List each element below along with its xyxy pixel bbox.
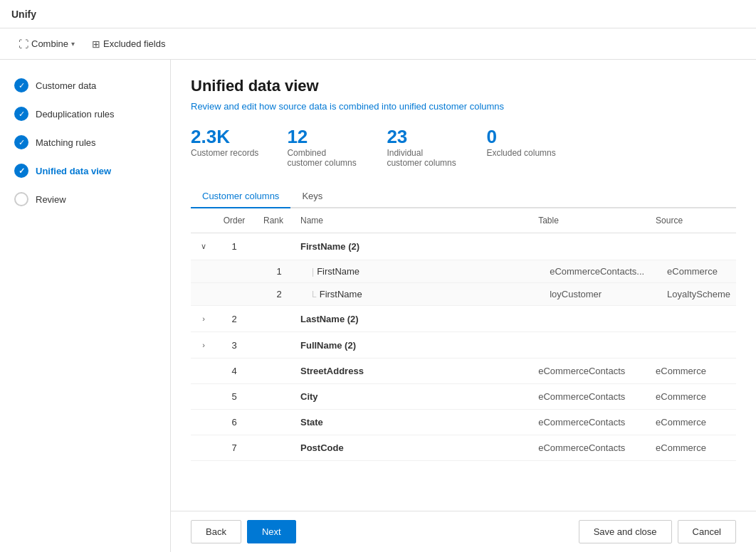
table-cell: eCommerceContacts... [532,260,650,283]
name-cell: State [295,410,532,435]
tree-line-icon: L [312,290,317,299]
nav-combine-label: Combine [31,38,68,49]
source-cell: LoyaltyScheme [650,283,736,306]
page-content: Unified data view Review and edit how so… [171,60,756,511]
stat-value-excluded: 0 [486,126,496,148]
cancel-button[interactable]: Cancel [678,520,736,543]
table-cell [532,306,650,332]
table-row: 7 PostCode eCommerceContacts eCommerce [191,435,736,461]
rank-cell: 1 [252,260,295,283]
table-cell [532,332,650,359]
source-cell: eCommerce [650,260,736,283]
excluded-fields-icon: ⊞ [92,38,100,50]
table-row: 1 |FirstName eCommerceContacts... eComme… [191,260,736,283]
rank-cell [252,332,295,359]
th-order: Order [216,208,252,233]
th-name: Name [295,208,532,233]
th-expand [191,208,216,233]
stat-excluded-columns: 0 Excluded columns [486,126,555,168]
sidebar-label-dedup: Deduplication rules [36,109,115,120]
stat-label-individual: Individual customer columns [387,148,458,168]
table-container: Order Rank Name Table Source ∨ 1 FirstNa… [191,208,736,461]
source-cell: eCommerce [650,435,736,461]
order-cell [216,260,252,283]
step-circle-dedup: ✓ [14,107,28,121]
table-row: › 2 LastName (2) [191,306,736,332]
sidebar-item-matching-rules[interactable]: ✓ Matching rules [0,128,170,156]
nav-combine[interactable]: ⛶ Combine ▾ [11,34,82,54]
tab-customer-columns[interactable]: Customer columns [191,185,290,208]
columns-table: Order Rank Name Table Source ∨ 1 FirstNa… [191,208,736,461]
th-rank: Rank [252,208,295,233]
save-close-button[interactable]: Save and close [579,520,672,543]
expand-cell[interactable]: › [191,332,216,359]
name-cell: |FirstName [295,260,532,283]
expand-cell-empty [191,283,216,306]
expand-button[interactable]: › [199,339,208,351]
name-cell: StreetAddress [295,359,532,384]
table-cell: eCommerceContacts [532,435,650,461]
page-title: Unified data view [191,77,736,95]
table-row: 4 StreetAddress eCommerceContacts eComme… [191,359,736,384]
expand-cell-empty [191,384,216,410]
nav-excluded-fields[interactable]: ⊞ Excluded fields [85,34,172,54]
table-row: ∨ 1 FirstName (2) [191,233,736,260]
stat-label-combined: Combined customer columns [287,148,358,168]
name-cell: LastName (2) [295,306,532,332]
expand-cell-empty [191,359,216,384]
expand-cell[interactable]: › [191,306,216,332]
step-circle-review [14,192,28,206]
stat-customer-records: 2.3K Customer records [191,126,258,168]
order-cell: 3 [216,332,252,359]
source-cell [650,306,736,332]
footer-left: Back Next [191,520,296,543]
tab-keys[interactable]: Keys [290,185,334,208]
rank-cell [252,233,295,260]
expand-cell-empty [191,410,216,435]
order-cell: 7 [216,435,252,461]
name-cell: FullName (2) [295,332,532,359]
sidebar-label-matching: Matching rules [36,137,96,148]
expand-cell-empty [191,260,216,283]
expand-cell[interactable]: ∨ [191,233,216,260]
expand-button[interactable]: › [199,313,208,324]
table-body: ∨ 1 FirstName (2) 1 |FirstName eCommerce… [191,233,736,461]
rank-cell: 2 [252,283,295,306]
sidebar-label-customer-data: Customer data [36,80,96,91]
stat-label-excluded: Excluded columns [486,148,555,158]
table-cell: eCommerceContacts [532,384,650,410]
next-button[interactable]: Next [247,520,296,543]
table-cell [532,233,650,260]
table-row: 6 State eCommerceContacts eCommerce [191,410,736,435]
content-area: Unified data view Review and edit how so… [171,60,756,552]
top-bar: Unify [0,0,756,28]
table-cell: loyCustomer [532,283,650,306]
order-cell: 6 [216,410,252,435]
sidebar-label-unified: Unified data view [36,166,111,176]
step-circle-matching: ✓ [14,135,28,149]
rank-cell [252,359,295,384]
rank-cell [252,410,295,435]
stat-value-records: 2.3K [191,126,230,148]
stat-value-combined: 12 [287,126,308,148]
back-button[interactable]: Back [191,520,241,543]
source-cell: eCommerce [650,410,736,435]
th-source: Source [650,208,736,233]
expand-button[interactable]: ∨ [198,240,209,253]
sidebar-item-unified-data-view[interactable]: ✓ Unified data view [0,156,170,185]
tree-line-icon: | [312,267,314,277]
stat-value-individual: 23 [387,126,407,148]
sidebar-item-customer-data[interactable]: ✓ Customer data [0,71,170,100]
table-cell: eCommerceContacts [532,410,650,435]
table-cell: eCommerceContacts [532,359,650,384]
source-cell: eCommerce [650,359,736,384]
name-cell: LFirstName [295,283,532,306]
app-title: Unify [11,9,36,20]
stat-label-records: Customer records [191,148,258,158]
sidebar-item-review[interactable]: Review [0,185,170,213]
rank-cell [252,306,295,332]
sidebar-item-deduplication-rules[interactable]: ✓ Deduplication rules [0,100,170,128]
sidebar: ✓ Customer data ✓ Deduplication rules ✓ … [0,60,171,552]
rank-cell [252,384,295,410]
sidebar-label-review: Review [36,194,66,205]
